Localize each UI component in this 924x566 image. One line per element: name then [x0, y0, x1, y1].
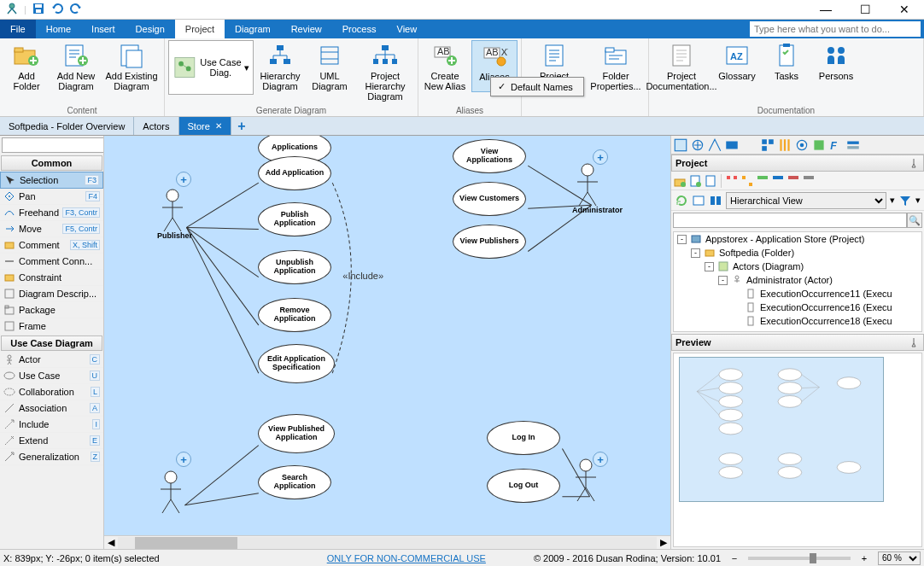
tool-item[interactable]: Use CaseU: [0, 368, 103, 384]
doc-tab[interactable]: Softpedia - Folder Overview: [0, 117, 134, 135]
tool-item[interactable]: ExtendE: [0, 433, 103, 449]
tree-node[interactable]: -Softpedia (Folder): [674, 246, 921, 260]
close-button[interactable]: ✕: [885, 0, 924, 20]
refresh-icon[interactable]: [675, 194, 688, 207]
menu-diagram[interactable]: Diagram: [225, 20, 281, 38]
actor[interactable]: Publisher: [157, 187, 192, 240]
add-icon[interactable]: +: [176, 172, 191, 187]
tool-icon[interactable]: [802, 174, 816, 188]
tool-icon[interactable]: [725, 174, 739, 188]
use-case[interactable]: View Publishers: [453, 225, 526, 259]
tool-icon[interactable]: [690, 137, 705, 153]
menu-view[interactable]: View: [387, 20, 428, 38]
tool-item[interactable]: GeneralizationZ: [0, 449, 103, 465]
toolbox-search[interactable]: [2, 137, 104, 153]
zoom-in-icon[interactable]: +: [857, 553, 871, 563]
usecase-diag-combo[interactable]: Use Case Diag.▾: [168, 40, 254, 95]
tool-item[interactable]: ActorC: [0, 352, 103, 368]
tool-item[interactable]: PanF4: [0, 189, 103, 205]
toolbox-common-header[interactable]: Common: [1, 155, 102, 171]
close-tab-icon[interactable]: ✕: [215, 121, 222, 131]
add-icon[interactable]: +: [593, 149, 608, 165]
filter-icon[interactable]: [898, 194, 912, 207]
preview-image[interactable]: [673, 353, 922, 547]
doc-tab[interactable]: Actors: [134, 117, 178, 135]
tool-icon[interactable]: [740, 174, 754, 188]
expand-icon[interactable]: -: [718, 276, 728, 285]
tool-icon[interactable]: [707, 137, 722, 153]
project-hierarchy-button[interactable]: Project Hierarchy Diagram: [356, 40, 414, 103]
add-existing-diagram-button[interactable]: Add Existing Diagram: [102, 40, 161, 93]
tool-icon[interactable]: [724, 137, 740, 153]
glossary-button[interactable]: AZGlossary: [714, 40, 760, 83]
hierarchy-diagram-button[interactable]: Hierarchy Diagram: [257, 40, 303, 93]
use-case[interactable]: View Published Application: [258, 414, 335, 453]
use-case[interactable]: Log In: [487, 421, 560, 455]
doc-tab[interactable]: Store✕: [179, 117, 231, 135]
zoom-slider[interactable]: [748, 557, 851, 560]
tool-item[interactable]: Diagram Descrip...: [0, 286, 103, 302]
tool-item[interactable]: Constraint: [0, 270, 103, 286]
license-link[interactable]: ONLY FOR NON-COMMERCIAL USE: [327, 553, 486, 563]
tool-icon[interactable]: [811, 137, 827, 153]
menu-file[interactable]: File: [0, 20, 36, 38]
actor[interactable]: [155, 469, 186, 513]
use-case[interactable]: Edit Application Specification: [258, 344, 335, 383]
expand-icon[interactable]: -: [677, 235, 687, 244]
tool-icon[interactable]: [709, 194, 722, 207]
minimize-button[interactable]: —: [806, 0, 845, 20]
menu-design[interactable]: Design: [126, 20, 175, 38]
pin-icon[interactable]: [908, 336, 920, 348]
project-search[interactable]: [673, 213, 907, 228]
tool-icon[interactable]: [673, 174, 687, 188]
tree-node[interactable]: -Administrator (Actor): [674, 273, 921, 287]
use-case[interactable]: Log Out: [487, 469, 560, 503]
add-icon[interactable]: +: [593, 452, 608, 467]
menu-project[interactable]: Project: [175, 20, 225, 38]
tool-item[interactable]: MoveF5, Contr: [0, 221, 103, 237]
tool-item[interactable]: Frame: [0, 318, 103, 335]
add-folder-button[interactable]: Add Folder: [3, 40, 50, 93]
use-case[interactable]: View Applications: [453, 139, 526, 173]
maximize-button[interactable]: ☐: [845, 0, 885, 20]
tool-item[interactable]: FreehandF3, Contr: [0, 205, 103, 221]
redo-icon[interactable]: [69, 2, 83, 17]
search-icon[interactable]: 🔍: [907, 213, 922, 228]
use-case[interactable]: Remove Application: [258, 298, 331, 332]
tool-icon[interactable]: [756, 174, 769, 188]
tool-icon[interactable]: [787, 174, 800, 188]
expand-icon[interactable]: -: [705, 262, 714, 271]
create-alias-button[interactable]: ABCreate New Alias: [422, 40, 468, 93]
tool-item[interactable]: Package: [0, 302, 103, 318]
pin-icon[interactable]: [908, 157, 920, 169]
project-documentation-button[interactable]: Project Documentation...: [652, 40, 711, 93]
menu-review[interactable]: Review: [281, 20, 332, 38]
uml-diagram-button[interactable]: UML Diagram: [307, 40, 353, 93]
tool-icon[interactable]: [692, 194, 705, 207]
undo-icon[interactable]: [50, 2, 64, 17]
folder-properties-button[interactable]: Folder Properties...: [587, 40, 645, 93]
aliases-dropdown[interactable]: ✓ Default Names: [490, 77, 584, 96]
tree-node[interactable]: -Appstorex - Application Store (Project): [674, 232, 921, 246]
tool-item[interactable]: CollaborationL: [0, 384, 103, 400]
tool-item[interactable]: CommentX, Shift: [0, 237, 103, 254]
use-case[interactable]: Publish Application: [258, 202, 331, 236]
tool-item[interactable]: SelectionF3: [0, 172, 103, 189]
save-icon[interactable]: [32, 2, 45, 17]
toolbox-usecase-header[interactable]: Use Case Diagram: [1, 336, 102, 351]
actor[interactable]: Administrator: [572, 161, 623, 214]
tool-item[interactable]: AssociationA: [0, 400, 103, 417]
tool-item[interactable]: Comment Conn...: [0, 254, 103, 270]
use-case[interactable]: Unpublish Application: [258, 250, 331, 284]
zoom-out-icon[interactable]: −: [728, 553, 741, 563]
horizontal-scrollbar[interactable]: ◀▶: [104, 535, 670, 549]
view-select[interactable]: Hierarchical View: [726, 192, 886, 209]
tree-node[interactable]: -Actors (Diagram): [674, 260, 921, 273]
tree-node[interactable]: ExecutionOccurrence18 (Execu: [674, 314, 921, 328]
tool-icon[interactable]: [673, 137, 688, 153]
use-case[interactable]: Search Application: [258, 465, 331, 499]
use-case[interactable]: View Customers: [453, 182, 526, 216]
expand-icon[interactable]: -: [691, 248, 700, 258]
tree-node[interactable]: ExecutionOccurrence11 (Execu: [674, 287, 921, 301]
tool-icon[interactable]: [771, 174, 785, 188]
